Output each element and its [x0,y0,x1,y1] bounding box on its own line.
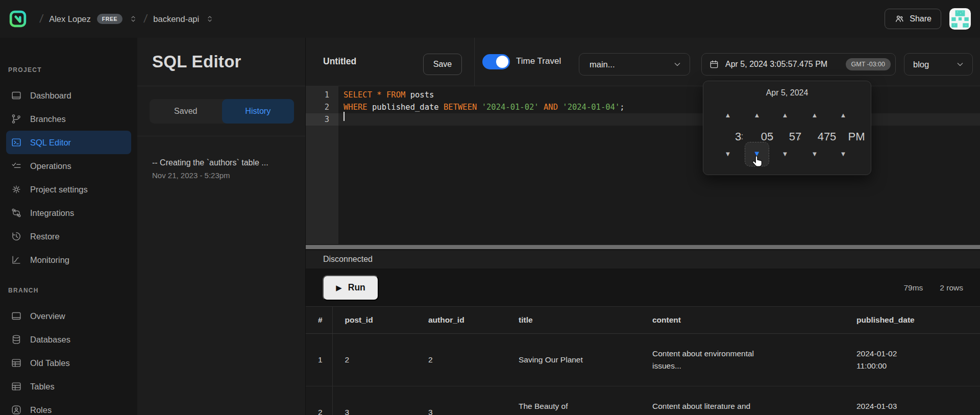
millisecond-up-arrow[interactable]: ▲ [802,110,827,121]
save-button[interactable]: Save [423,54,462,75]
window-icon [11,310,22,322]
hour-up-arrow[interactable]: ▲ [718,110,738,121]
project-switcher[interactable]: backend-api [153,14,214,24]
cell-published-date: 2024-01-03 12:00:00 [844,386,980,415]
org-name: Alex Lopez [49,14,91,24]
sidebar-item-dashboard[interactable]: Dashboard [6,84,131,107]
code-line-1: 1 SELECT * FROM posts [306,89,980,101]
time-travel-toggle[interactable] [482,54,510,69]
table-row: 1 2 2 Saving Our Planet Content about en… [306,333,980,386]
cell-title: Saving Our Planet [506,333,640,386]
sidebar-item-monitoring[interactable]: Monitoring [6,248,131,272]
code-line-3-current: 3 [306,113,980,126]
sidebar-item-overview[interactable]: Overview [6,304,131,328]
sql-code-editor[interactable]: 1 SELECT * FROM posts 2 WHERE published_… [306,86,980,244]
editor-results-resize-handle[interactable] [306,244,980,250]
query-title: Untitled [323,56,356,67]
sidebar-item-project-settings[interactable]: Project settings [6,178,131,201]
cell-content: Content about environmental issues... [640,333,844,386]
sql-editor-icon [11,137,22,148]
neon-console: / Alex Lopez FREE / backend-api Share [0,0,980,415]
sidebar-item-integrations[interactable]: Integrations [6,201,131,225]
panel-tabs: Saved History [137,86,305,136]
run-label: Run [348,282,365,293]
history-list-item[interactable]: -- Creating the `authors` table ... Nov … [137,136,305,180]
toolbar-divider [474,38,475,86]
cell-author-id: 3 [416,386,506,415]
connection-status-bar: Disconnected [306,250,980,269]
table-header-row: # post_id author_id title content publis… [306,307,980,333]
sidebar-item-label: Branches [30,114,66,124]
topbar-actions: Share [885,8,971,30]
line-number: 1 [306,89,338,101]
cell-published-date: 2024-01-02 11:00:00 [844,333,980,386]
hour-down-arrow[interactable]: ▼ [718,149,738,160]
millisecond-down-arrow[interactable]: ▼ [802,149,827,160]
branch-select[interactable]: main... [579,53,690,76]
sidebar-item-roles[interactable]: Roles [6,398,131,415]
panel-header: SQL Editor [137,38,305,86]
top-bar: / Alex Lopez FREE / backend-api Share [0,0,980,38]
sidebar-item-databases[interactable]: Databases [6,328,131,351]
chevron-down-icon [672,59,682,69]
neon-logo-icon[interactable] [9,10,27,28]
database-select[interactable]: blog [904,53,973,76]
unfold-icon[interactable] [205,14,214,23]
timezone-badge: GMT -03:00 [846,58,891,70]
sidebar-item-sql-editor[interactable]: SQL Editor [6,131,131,154]
meridiem-down-arrow[interactable]: ▼ [830,149,856,160]
connection-status: Disconnected [323,255,373,264]
sidebar-item-restore[interactable]: Restore [6,225,131,248]
second-up-arrow[interactable]: ▲ [775,110,795,121]
query-stats: 79ms 2 rows [903,283,963,292]
column-header-index: # [306,307,332,333]
sidebar-item-label: Overview [30,311,65,321]
sidebar-item-label: Restore [30,232,60,241]
org-switcher[interactable]: Alex Lopez FREE [49,14,138,24]
code-text: SELECT * FROM posts [338,89,434,101]
unfold-icon[interactable] [129,14,138,23]
datetime-picker-button[interactable]: Apr 5, 2024 3:05:57.475 PM GMT -03:00 [701,53,896,76]
sidebar-item-branches[interactable]: Branches [6,107,131,131]
share-label: Share [910,14,932,23]
time-separator: : [796,131,802,142]
sidebar-item-old-tables[interactable]: Old Tables [6,351,131,375]
project-name: backend-api [153,14,199,24]
breadcrumb-separator: / [143,12,148,26]
plan-badge: FREE [97,14,122,24]
page-title: SQL Editor [152,52,241,71]
dashboard-icon [11,90,22,101]
history-item-title: -- Creating the `authors` table ... [152,157,295,169]
editor-column: Untitled Save Time Travel main... Apr 5,… [305,38,980,415]
share-button[interactable]: Share [885,9,941,29]
toggle-knob [496,56,508,68]
code-line-2: 2 WHERE published_date BETWEEN '2024-01-… [306,101,980,113]
tab-history[interactable]: History [222,99,295,124]
sidebar: PROJECT Dashboard Branches SQL Editor Op… [0,38,137,415]
table-icon [11,357,22,369]
cell-index: 2 [306,386,332,415]
play-icon: ▶ [336,283,342,292]
sidebar-item-operations[interactable]: Operations [6,154,131,178]
sql-editor-panel: SQL Editor Saved History -- Creating the… [137,38,305,415]
tab-saved[interactable]: Saved [150,99,222,124]
meridiem-value: PM [843,130,870,143]
query-duration: 79ms [903,283,923,292]
minute-up-arrow[interactable]: ▲ [747,110,767,121]
text-cursor [344,112,345,121]
run-button[interactable]: ▶ Run [323,275,379,301]
people-icon [894,14,904,24]
column-header-title: title [506,307,640,333]
cell-post-id: 3 [332,386,416,415]
meridiem-up-arrow[interactable]: ▲ [830,110,856,121]
avatar[interactable] [949,8,971,30]
branches-icon [11,113,22,125]
second-down-arrow[interactable]: ▼ [775,149,795,160]
sidebar-item-label: Project settings [30,185,88,194]
time-travel-label: Time Travel [516,56,561,66]
sidebar-item-tables[interactable]: Tables [6,375,131,398]
cell-post-id: 2 [332,333,416,386]
editor-toolbar: Untitled Save Time Travel main... Apr 5,… [306,38,980,86]
second-value: 57 [785,130,805,143]
column-header-author-id: author_id [416,307,506,333]
